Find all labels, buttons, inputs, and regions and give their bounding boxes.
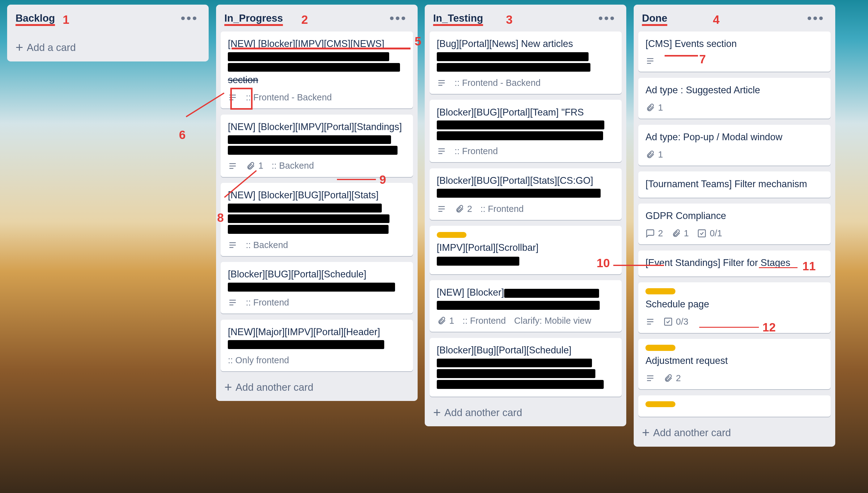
card-badges: :: Only frontend bbox=[228, 355, 406, 365]
card-badges: 1:: Backend bbox=[228, 160, 406, 171]
cards-container: [CMS] Events sectionAd type : Suggested … bbox=[634, 29, 835, 419]
card-labels bbox=[437, 232, 615, 238]
description-icon bbox=[645, 317, 655, 326]
card-title: [NEW] [Blocker] bbox=[437, 286, 615, 309]
card-labels bbox=[645, 288, 823, 294]
card-badges: :: Frontend - Backend bbox=[228, 92, 406, 103]
card[interactable] bbox=[638, 395, 830, 417]
card-title: GDPR Compliance bbox=[645, 210, 823, 222]
card[interactable]: [Bug][Portal][News] New articles :: Fron… bbox=[430, 31, 622, 94]
attachment-badge: 2 bbox=[455, 204, 472, 214]
list-menu-icon[interactable]: ••• bbox=[596, 11, 618, 26]
attachment-badge: 1 bbox=[671, 228, 689, 238]
list-menu-icon[interactable]: ••• bbox=[178, 11, 201, 26]
attachment-badge: 1 bbox=[246, 160, 263, 171]
board: Backlog•••+Add a cardIn_Progress•••[NEW]… bbox=[0, 0, 868, 493]
card-badges: 1:: FrontendClarify: Mobile view bbox=[437, 316, 615, 326]
card[interactable]: [Blocker][BUG][Portal][Schedule] :: Fron… bbox=[221, 262, 413, 314]
card[interactable]: [NEW] [Blocker][IMPV][CMS][NEWS] section… bbox=[221, 31, 413, 108]
badge-text: :: Frontend bbox=[462, 316, 506, 326]
card-title: [Bug][Portal][News] New articles bbox=[437, 37, 615, 72]
list-done: Done•••[CMS] Events sectionAd type : Sug… bbox=[634, 5, 835, 446]
list-header: In_Progress••• bbox=[216, 5, 418, 29]
checklist-badge: 0/1 bbox=[697, 228, 722, 238]
card-title: [Blocker][Bug][Portal][Schedule] bbox=[437, 344, 615, 389]
card-badges: :: Backend bbox=[228, 240, 406, 250]
list-backlog: Backlog•••+Add a card bbox=[7, 5, 209, 61]
badge-text: :: Only frontend bbox=[228, 355, 289, 365]
plus-icon: + bbox=[16, 41, 23, 54]
attachment-badge: 2 bbox=[663, 373, 681, 383]
add-card-button[interactable]: +Add another card bbox=[216, 374, 418, 401]
attachment-badge: 1 bbox=[645, 150, 663, 160]
card[interactable]: [Event Standings] Filter for Stages bbox=[638, 251, 830, 276]
list-title[interactable]: In_Progress bbox=[224, 12, 283, 24]
card[interactable]: [Blocker][Bug][Portal][Schedule] bbox=[430, 338, 622, 396]
comment-badge: 2 bbox=[645, 228, 663, 238]
badge-text: :: Frontend bbox=[246, 298, 289, 308]
list-title[interactable]: Done bbox=[642, 12, 667, 24]
card-title: [NEW] [Blocker][IMPV][Portal][Standings] bbox=[228, 121, 406, 155]
card-title: Ad type: Pop-up / Modal window bbox=[645, 131, 823, 144]
card[interactable]: [NEW] [Blocker][BUG][Portal][Stats] :: B… bbox=[221, 183, 413, 256]
card-labels bbox=[645, 401, 823, 407]
description-icon bbox=[645, 373, 655, 383]
list-menu-icon[interactable]: ••• bbox=[387, 11, 409, 26]
checklist-badge: 0/3 bbox=[663, 317, 688, 327]
badge-text: :: Frontend - Backend bbox=[455, 78, 541, 88]
card-badges: 1 bbox=[645, 150, 823, 160]
description-icon bbox=[437, 78, 446, 88]
card[interactable]: [CMS] Events section bbox=[638, 31, 830, 72]
card[interactable]: Ad type: Pop-up / Modal window1 bbox=[638, 125, 830, 166]
list-in_testing: In_Testing•••[Bug][Portal][News] New art… bbox=[425, 5, 626, 426]
cards-container bbox=[7, 29, 209, 34]
card-title: [Tournament Teams] Filter mechanism bbox=[645, 178, 823, 191]
card-badges: 2:: Frontend bbox=[437, 204, 615, 214]
list-title[interactable]: Backlog bbox=[16, 12, 55, 24]
add-card-button[interactable]: +Add another card bbox=[634, 419, 835, 447]
list-header: In_Testing••• bbox=[425, 5, 626, 29]
card[interactable]: [IMPV][Portal][Scrollbar] bbox=[430, 226, 622, 274]
card-title: [Event Standings] Filter for Stages bbox=[645, 256, 823, 270]
add-card-button[interactable]: +Add a card bbox=[7, 34, 209, 62]
description-icon bbox=[228, 240, 237, 250]
badge-text: :: Frontend bbox=[455, 146, 498, 156]
card[interactable]: Adjustment request2 bbox=[638, 339, 830, 389]
card-labels bbox=[645, 345, 823, 350]
card-title: [Blocker][BUG][Portal][Schedule] bbox=[228, 268, 406, 291]
description-icon bbox=[228, 298, 237, 307]
description-icon bbox=[437, 146, 446, 156]
badge-text: :: Frontend - Backend bbox=[246, 92, 332, 103]
card[interactable]: Schedule page0/3 bbox=[638, 282, 830, 333]
card-label-yellow bbox=[645, 401, 676, 407]
card-title: [Blocker][BUG][Portal][Team] "FRS bbox=[437, 106, 615, 140]
card[interactable]: [Blocker][BUG][Portal][Stats][CS:GO] 2::… bbox=[430, 168, 622, 220]
badge-text: :: Frontend bbox=[480, 204, 524, 214]
card-title: [NEW] [Blocker][BUG][Portal][Stats] bbox=[228, 189, 406, 234]
card[interactable]: [NEW] [Blocker][IMPV][Portal][Standings]… bbox=[221, 114, 413, 177]
card-title: Schedule page bbox=[645, 298, 823, 311]
description-icon bbox=[228, 161, 237, 171]
list-title[interactable]: In_Testing bbox=[433, 12, 483, 24]
attachment-badge: 1 bbox=[437, 316, 454, 326]
card-label-yellow bbox=[645, 345, 676, 350]
card[interactable]: [NEW] [Blocker]1:: FrontendClarify: Mobi… bbox=[430, 280, 622, 332]
card[interactable]: [Tournament Teams] Filter mechanism bbox=[638, 171, 830, 197]
add-card-button[interactable]: +Add another card bbox=[425, 399, 626, 427]
list-in_progress: In_Progress•••[NEW] [Blocker][IMPV][CMS]… bbox=[216, 5, 418, 401]
card[interactable]: [Blocker][BUG][Portal][Team] "FRS :: Fro… bbox=[430, 100, 622, 162]
card-badges: 2 bbox=[645, 373, 823, 383]
plus-icon: + bbox=[642, 426, 650, 439]
svg-rect-24 bbox=[698, 230, 705, 237]
card[interactable]: Ad type : Suggested Article1 bbox=[638, 78, 830, 119]
plus-icon: + bbox=[433, 406, 441, 419]
card[interactable]: [NEW][Major][IMPV][Portal][Header] :: On… bbox=[221, 320, 413, 371]
list-menu-icon[interactable]: ••• bbox=[805, 11, 827, 26]
list-header: Backlog••• bbox=[7, 5, 209, 29]
card-badges: 1 bbox=[645, 103, 823, 113]
description-icon bbox=[437, 204, 446, 214]
description-icon bbox=[645, 56, 655, 66]
badge-text: :: Backend bbox=[246, 240, 288, 250]
card[interactable]: GDPR Compliance210/1 bbox=[638, 203, 830, 245]
card-badges bbox=[645, 56, 823, 66]
